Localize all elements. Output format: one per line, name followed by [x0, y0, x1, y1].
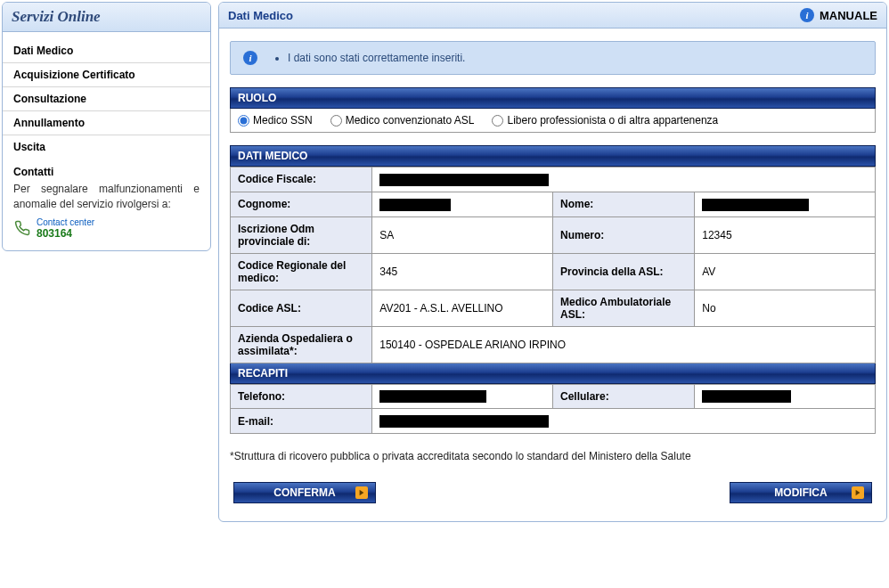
contact-center-number: 803164 — [37, 227, 94, 240]
label-azienda-osp: Azienda Ospedaliera o assimilata*: — [231, 326, 372, 363]
row-telefono-cellulare: Telefono: Cellulare: — [231, 384, 876, 409]
row-azienda-osp: Azienda Ospedaliera o assimilata*: 15014… — [231, 326, 876, 363]
row-email: E-mail: — [231, 409, 876, 434]
ruolo-radio-conv[interactable] — [330, 115, 342, 127]
label-nome: Nome: — [552, 192, 694, 216]
row-codice-fiscale: Codice Fiscale: — [231, 167, 876, 192]
value-codice-asl: AV201 - A.S.L. AVELLINO — [372, 290, 553, 326]
recapiti-table: Telefono: Cellulare: E-mail: — [230, 384, 876, 435]
manual-link[interactable]: i MANUALE — [800, 8, 877, 22]
row-iscrizione-numero: Iscrizione Odm provinciale di: SA Numero… — [231, 216, 876, 253]
value-nome — [695, 192, 876, 216]
sidebar-item-annullamento[interactable]: Annullamento — [3, 111, 210, 135]
ruolo-option-convenzionato[interactable]: Medico convenzionato ASL — [330, 114, 475, 127]
info-banner-icon: i — [243, 51, 257, 65]
info-banner-message: I dati sono stati correttamente inseriti… — [288, 52, 465, 64]
value-email — [372, 409, 876, 434]
sidebar-item-uscita[interactable]: Uscita — [3, 135, 210, 159]
value-provincia-asl: AV — [695, 253, 876, 290]
label-cellulare: Cellulare: — [552, 384, 694, 409]
value-numero: 12345 — [695, 216, 876, 253]
redacted-block — [379, 390, 486, 403]
value-azienda-osp: 150140 - OSPEDALE ARIANO IRPINO — [372, 326, 876, 363]
label-codice-fiscale: Codice Fiscale: — [231, 167, 372, 192]
contact-line: Contact center 803164 — [13, 217, 200, 240]
ruolo-label-conv: Medico convenzionato ASL — [346, 114, 475, 127]
value-cognome — [372, 192, 553, 216]
contatti-text: Per segnalare malfunzionamenti e anomali… — [13, 182, 200, 212]
ruolo-option-medico-ssn[interactable]: Medico SSN — [238, 114, 313, 127]
value-medico-amb: No — [695, 290, 876, 326]
ruolo-radio-libero[interactable] — [492, 115, 503, 127]
sidebar-nav: Dati Medico Acquisizione Certificato Con… — [3, 32, 210, 159]
row-codice-regionale-provincia: Codice Regionale del medico: 345 Provinc… — [231, 253, 876, 290]
arrow-right-icon — [355, 486, 368, 499]
label-provincia-asl: Provincia della ASL: — [552, 253, 694, 290]
redacted-block — [379, 199, 451, 211]
conferma-label: CONFERMA — [273, 486, 335, 499]
sidebar-item-acquisizione[interactable]: Acquisizione Certificato — [3, 63, 210, 87]
label-codice-regionale: Codice Regionale del medico: — [231, 253, 372, 290]
page-title: Dati Medico — [228, 9, 293, 22]
value-iscrizione-odm: SA — [372, 216, 553, 253]
section-recapiti-header: RECAPITI — [230, 363, 876, 384]
value-telefono — [372, 384, 553, 409]
section-dati-medico-header: DATI MEDICO — [230, 145, 876, 167]
ruolo-label-ssn: Medico SSN — [253, 114, 313, 127]
modifica-label: MODIFICA — [774, 486, 827, 499]
ruolo-label-libero: Libero professionista o di altra apparte… — [507, 114, 718, 127]
label-telefono: Telefono: — [231, 384, 372, 409]
row-codice-asl-medico-amb: Codice ASL: AV201 - A.S.L. AVELLINO Medi… — [231, 290, 876, 326]
sidebar-item-dati-medico[interactable]: Dati Medico — [3, 39, 210, 63]
sidebar-title: Servizi Online — [3, 3, 210, 32]
sidebar-item-consultazione[interactable]: Consultazione — [3, 87, 210, 111]
redacted-block — [702, 390, 791, 403]
modifica-button[interactable]: MODIFICA — [730, 482, 872, 503]
info-icon: i — [800, 8, 814, 22]
main-panel: Dati Medico i MANUALE i I dati sono stat… — [218, 2, 887, 522]
manual-label: MANUALE — [820, 9, 877, 22]
label-numero: Numero: — [552, 216, 694, 253]
info-banner: i I dati sono stati correttamente inseri… — [230, 41, 876, 75]
value-codice-regionale: 345 — [372, 253, 553, 290]
redacted-block — [702, 199, 809, 211]
ruolo-option-libero[interactable]: Libero professionista o di altra apparte… — [492, 114, 718, 127]
contatti-block: Contatti Per segnalare malfunzionamenti … — [3, 159, 210, 250]
arrow-right-icon — [852, 486, 864, 499]
button-row: CONFERMA MODIFICA — [230, 482, 876, 503]
ruolo-options: Medico SSN Medico convenzionato ASL Libe… — [230, 109, 876, 133]
label-cognome: Cognome: — [231, 192, 372, 216]
ruolo-radio-ssn[interactable] — [238, 115, 249, 127]
main-header: Dati Medico i MANUALE — [219, 3, 886, 29]
label-medico-amb: Medico Ambulatoriale ASL: — [552, 290, 694, 326]
conferma-button[interactable]: CONFERMA — [233, 482, 376, 503]
label-iscrizione-odm: Iscrizione Odm provinciale di: — [231, 216, 372, 253]
contact-center-label: Contact center — [37, 217, 94, 227]
label-email: E-mail: — [231, 409, 372, 434]
value-cellulare — [695, 384, 876, 409]
phone-icon — [13, 218, 31, 238]
label-codice-asl: Codice ASL: — [231, 290, 372, 326]
redacted-block — [379, 174, 549, 186]
footnote: *Struttura di ricovero pubblica o privat… — [230, 450, 876, 462]
contatti-heading: Contatti — [13, 166, 200, 178]
redacted-block — [379, 415, 549, 428]
sidebar: Servizi Online Dati Medico Acquisizione … — [2, 2, 211, 251]
value-codice-fiscale — [372, 167, 876, 192]
dati-medico-table: Codice Fiscale: Cognome: Nome: Iscrizion… — [230, 167, 876, 363]
row-cognome-nome: Cognome: Nome: — [231, 192, 876, 216]
section-ruolo-header: RUOLO — [230, 87, 876, 109]
